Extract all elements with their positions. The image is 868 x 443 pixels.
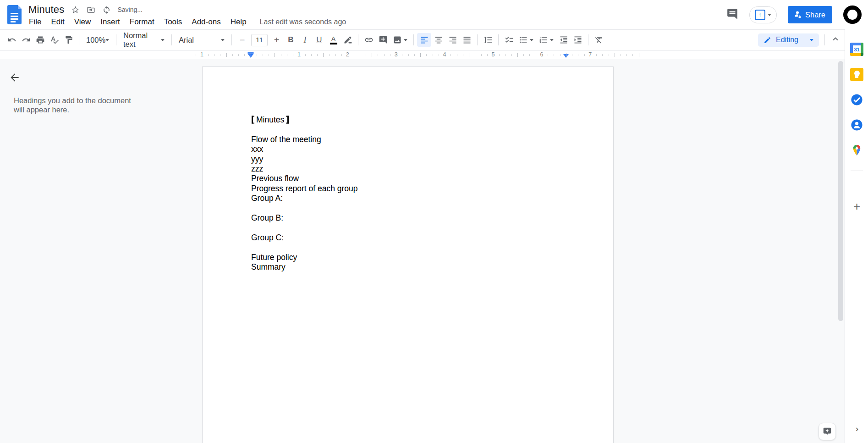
styles-select[interactable]: Normal text — [120, 33, 168, 47]
expand-panel-button[interactable]: › — [851, 422, 863, 435]
print-button[interactable] — [33, 33, 47, 47]
separator — [231, 34, 232, 45]
menu-item-format[interactable]: Format — [129, 17, 155, 28]
ruler-tick — [450, 55, 451, 56]
document-line[interactable]: Group B: — [251, 213, 595, 223]
ruler-number: 1 — [200, 51, 203, 58]
google-tasks-icon[interactable] — [850, 93, 864, 107]
document-line[interactable]: Group A: — [251, 194, 595, 203]
google-maps-icon[interactable] — [850, 143, 864, 157]
ruler-tick — [481, 55, 482, 56]
decrease-indent-button[interactable] — [556, 33, 571, 47]
document-line[interactable]: yyy — [251, 155, 595, 164]
chevron-down-icon — [810, 39, 813, 41]
google-calendar-icon[interactable]: 31 — [850, 42, 864, 56]
add-comment-button[interactable] — [376, 33, 390, 47]
bulleted-list-button[interactable] — [516, 33, 536, 47]
document-line[interactable]: xxx — [251, 144, 595, 154]
text-color-button[interactable]: A — [326, 33, 341, 47]
ruler-tick — [584, 55, 585, 56]
ruler-tick — [499, 55, 500, 56]
clear-formatting-button[interactable] — [592, 33, 606, 47]
google-contacts-icon[interactable] — [850, 118, 864, 132]
title-row: Minutes Saving... — [28, 3, 143, 16]
insert-image-button[interactable] — [390, 33, 410, 47]
document-line[interactable]: Progress report of each group — [251, 184, 595, 194]
underline-button[interactable]: U — [312, 33, 326, 47]
menu-item-edit[interactable]: Edit — [50, 17, 65, 28]
ruler-number: 1 — [297, 51, 301, 58]
ruler-tick — [275, 53, 275, 57]
zoom-select[interactable]: 100% — [82, 33, 113, 47]
document-line[interactable]: Previous flow — [251, 174, 595, 183]
comment-history-icon[interactable] — [726, 8, 738, 22]
line-spacing-button[interactable] — [481, 33, 495, 47]
document-line[interactable]: Minutes — [251, 115, 595, 125]
checklist-button[interactable] — [502, 33, 516, 47]
document-line[interactable] — [251, 243, 595, 252]
decrease-font-size-button[interactable]: − — [235, 33, 249, 47]
ruler-number: 3 — [395, 51, 398, 58]
vertical-scrollbar[interactable] — [838, 61, 843, 321]
ruler-tick — [487, 55, 488, 56]
present-button[interactable]: ↑ — [749, 6, 777, 23]
menu-item-tools[interactable]: Tools — [163, 17, 183, 28]
document-line[interactable]: Summary — [251, 262, 595, 272]
increase-font-size-button[interactable]: + — [269, 33, 284, 47]
ruler-tick — [517, 53, 518, 57]
star-icon[interactable] — [71, 5, 80, 14]
font-size-input[interactable]: 11 — [251, 34, 268, 46]
document-title[interactable]: Minutes — [28, 4, 64, 16]
align-center-button[interactable] — [431, 33, 445, 47]
ruler-tick — [323, 53, 324, 57]
document-canvas: Headings you add to the document will ap… — [0, 59, 845, 443]
share-button[interactable]: Share — [788, 6, 832, 23]
menu-item-addons[interactable]: Add-ons — [191, 17, 221, 28]
document-line[interactable]: zzz — [251, 164, 595, 174]
ruler[interactable]: 11234567 — [0, 51, 845, 59]
ruler-tick — [511, 55, 512, 56]
document-line[interactable] — [251, 125, 595, 134]
increase-indent-button[interactable] — [571, 33, 585, 47]
document-line[interactable]: Flow of the meeting — [251, 135, 595, 144]
paint-format-button[interactable] — [61, 33, 76, 47]
ruler-tick — [615, 53, 615, 57]
redo-button[interactable] — [19, 33, 33, 47]
add-addon-button[interactable]: + — [850, 199, 864, 214]
ruler-tick — [232, 55, 233, 56]
close-outline-button[interactable] — [6, 69, 23, 86]
menu-item-view[interactable]: View — [73, 17, 92, 28]
ruler-tick — [596, 55, 597, 56]
document-line[interactable]: Group C: — [251, 233, 595, 243]
menu-item-file[interactable]: File — [28, 17, 42, 28]
last-edit-status[interactable]: Last edit was seconds ago — [260, 18, 346, 26]
move-folder-icon[interactable] — [86, 5, 95, 14]
document-page[interactable]: Minutes Flow of the meetingxxxyyyzzzPrev… — [202, 66, 614, 443]
bold-button[interactable]: B — [284, 33, 298, 47]
document-text[interactable]: Minutes Flow of the meetingxxxyyyzzzPrev… — [251, 115, 595, 272]
google-keep-icon[interactable] — [850, 67, 864, 82]
menu-item-help[interactable]: Help — [230, 17, 247, 28]
mode-select[interactable]: Editing — [758, 33, 819, 47]
document-line[interactable]: Future policy — [251, 253, 595, 262]
highlight-color-button[interactable] — [341, 33, 355, 47]
align-right-button[interactable] — [445, 33, 460, 47]
document-line[interactable] — [251, 204, 595, 213]
google-docs-logo[interactable] — [7, 5, 22, 24]
collapse-toolbar-button[interactable] — [830, 34, 841, 46]
pencil-icon — [764, 36, 771, 44]
menu-item-insert[interactable]: Insert — [99, 17, 121, 28]
avatar[interactable] — [843, 6, 862, 24]
numbered-list-button[interactable] — [536, 33, 556, 47]
justify-button[interactable] — [460, 33, 474, 47]
spell-check-button[interactable] — [47, 33, 61, 47]
document-line[interactable] — [251, 223, 595, 233]
italic-button[interactable]: I — [298, 33, 312, 47]
ruler-tick — [257, 55, 257, 56]
menu-bar: FileEditViewInsertFormatToolsAdd-onsHelp… — [28, 16, 346, 28]
explore-button[interactable] — [819, 423, 836, 440]
undo-button[interactable] — [5, 33, 19, 47]
insert-link-button[interactable] — [362, 33, 376, 47]
font-select[interactable]: Arial — [175, 33, 228, 47]
align-left-button[interactable] — [417, 33, 431, 47]
